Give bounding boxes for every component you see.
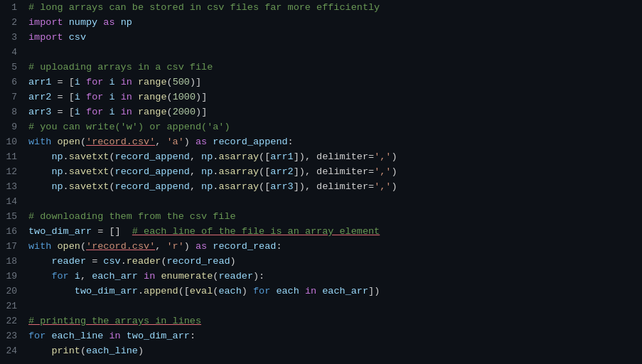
line-number-21: 21	[0, 299, 23, 314]
line-23: 23 for each_line in two_dim_arr:	[0, 328, 642, 343]
line-number-9: 9	[0, 119, 23, 134]
line-9: 9 # you can write('w') or append('a')	[0, 119, 642, 134]
line-number-17: 17	[0, 239, 23, 254]
line-5: 5 # uploading arrays in a csv file	[0, 60, 642, 75]
line-number-7: 7	[0, 90, 23, 105]
line-10: 10 with open('record.csv', 'a') as recor…	[0, 134, 642, 149]
line-11: 11 np.savetxt(record_append, np.asarray(…	[0, 149, 642, 164]
line-number-6: 6	[0, 75, 23, 90]
line-content-21	[23, 299, 642, 314]
line-number-11: 11	[0, 149, 23, 164]
line-number-13: 13	[0, 179, 23, 194]
line-content-16: two_dim_arr = [] # each line of the file…	[23, 224, 642, 239]
line-number-19: 19	[0, 269, 23, 284]
line-content-19: for i, each_arr in enumerate(reader):	[23, 269, 642, 284]
line-number-2: 2	[0, 15, 23, 30]
line-content-9: # you can write('w') or append('a')	[23, 119, 642, 134]
code-editor: 1 # long arrays can be stored in csv fil…	[0, 0, 642, 364]
line-content-8: arr3 = [i for i in range(2000)]	[23, 105, 642, 119]
line-number-18: 18	[0, 254, 23, 269]
line-content-12: np.savetxt(record_append, np.asarray([ar…	[23, 164, 642, 179]
line-16: 16 two_dim_arr = [] # each line of the f…	[0, 224, 642, 239]
line-content-23: for each_line in two_dim_arr:	[23, 328, 642, 343]
line-20: 20 two_dim_arr.append([eval(each) for ea…	[0, 284, 642, 299]
line-content-15: # downloading them from the csv file	[23, 209, 642, 224]
line-19: 19 for i, each_arr in enumerate(reader):	[0, 269, 642, 284]
line-14: 14	[0, 194, 642, 209]
line-content-14	[23, 194, 642, 209]
line-3: 3 import csv	[0, 30, 642, 45]
line-number-20: 20	[0, 284, 23, 299]
line-number-10: 10	[0, 134, 23, 149]
line-content-11: np.savetxt(record_append, np.asarray([ar…	[23, 149, 642, 164]
line-content-18: reader = csv.reader(record_read)	[23, 254, 642, 269]
code-area: 1 # long arrays can be stored in csv fil…	[0, 0, 642, 358]
line-content-1: # long arrays can be stored in csv files…	[23, 0, 642, 15]
line-content-3: import csv	[23, 30, 642, 45]
line-number-16: 16	[0, 224, 23, 239]
line-8: 8 arr3 = [i for i in range(2000)]	[0, 105, 642, 119]
line-number-14: 14	[0, 194, 23, 209]
line-12: 12 np.savetxt(record_append, np.asarray(…	[0, 164, 642, 179]
line-number-8: 8	[0, 105, 23, 119]
line-content-5: # uploading arrays in a csv file	[23, 60, 642, 75]
line-content-24: print(each_line)	[23, 343, 642, 358]
line-17: 17 with open('record.csv', 'r') as recor…	[0, 239, 642, 254]
line-22: 22 # printing the arrays in lines	[0, 314, 642, 328]
line-number-12: 12	[0, 164, 23, 179]
line-number-1: 1	[0, 0, 23, 15]
line-18: 18 reader = csv.reader(record_read)	[0, 254, 642, 269]
line-4: 4	[0, 45, 642, 60]
line-2: 2 import numpy as np	[0, 15, 642, 30]
line-content-13: np.savetxt(record_append, np.asarray([ar…	[23, 179, 642, 194]
line-number-23: 23	[0, 328, 23, 343]
line-content-17: with open('record.csv', 'r') as record_r…	[23, 239, 642, 254]
line-number-24: 24	[0, 343, 23, 358]
line-number-4: 4	[0, 45, 23, 60]
line-content-10: with open('record.csv', 'a') as record_a…	[23, 134, 642, 149]
line-number-22: 22	[0, 314, 23, 328]
line-6: 6 arr1 = [i for i in range(500)]	[0, 75, 642, 90]
line-content-7: arr2 = [i for i in range(1000)]	[23, 90, 642, 105]
line-content-4	[23, 45, 642, 60]
line-number-3: 3	[0, 30, 23, 45]
line-number-5: 5	[0, 60, 23, 75]
line-13: 13 np.savetxt(record_append, np.asarray(…	[0, 179, 642, 194]
line-24: 24 print(each_line)	[0, 343, 642, 358]
line-number-15: 15	[0, 209, 23, 224]
line-21: 21	[0, 299, 642, 314]
line-content-6: arr1 = [i for i in range(500)]	[23, 75, 642, 90]
line-1: 1 # long arrays can be stored in csv fil…	[0, 0, 642, 15]
line-7: 7 arr2 = [i for i in range(1000)]	[0, 90, 642, 105]
line-content-22: # printing the arrays in lines	[23, 314, 642, 328]
line-content-2: import numpy as np	[23, 15, 642, 30]
line-15: 15 # downloading them from the csv file	[0, 209, 642, 224]
line-content-20: two_dim_arr.append([eval(each) for each …	[23, 284, 642, 299]
